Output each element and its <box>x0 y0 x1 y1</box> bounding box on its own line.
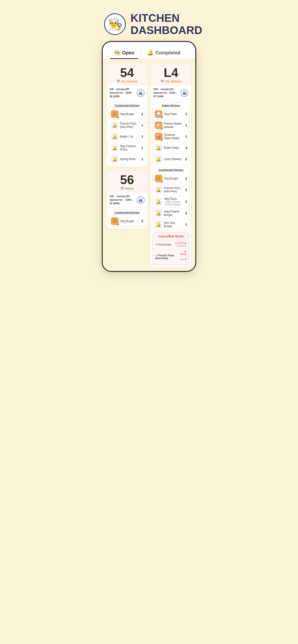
order-timer-56: ⏱ 5mins <box>110 186 144 190</box>
item-rolls-54: 🔔 Spring Rolls 1 <box>109 153 145 164</box>
item-name-fries-54: French Fries (Peri-Peri) <box>118 122 139 129</box>
item-qty-pizza-54: 1 <box>139 146 143 150</box>
tab-divider <box>140 49 141 56</box>
order-card-56: 56 ⏱ 5mins KID: menula-222 Opened On: 15… <box>106 170 147 229</box>
phone-frame: 👨‍🍳 Open 🔔 Completed 54 ⏱ 1hr 1 <box>102 41 196 272</box>
item-name-non-veg-burger-l4: Non-Veg Burger <box>163 221 183 228</box>
tab-open-label: Open <box>122 50 134 56</box>
kitchen-name-continental-56: Continental Kitchen <box>109 210 145 216</box>
item-icon-veg-burger-54: 🍔→ <box>111 110 118 118</box>
item-icon-pizza-54: 🔔 <box>111 144 118 152</box>
order-header-l4: L4 ⏱ 1hr 10mins <box>151 63 191 86</box>
print-btn-56[interactable]: 🖨️ <box>137 196 144 204</box>
cancelled-right-0: -by Krishna ( 32secs ) <box>175 242 187 247</box>
title-line1: KITCHEN <box>130 12 202 24</box>
item-icon-paneer: 🍛→ <box>155 122 163 129</box>
tab-completed-label: Completed <box>156 50 180 56</box>
item-pizza-54: 🔔 Veg Cheese Pizza 1 <box>109 142 145 153</box>
item-name-veg-burger-54: Veg Burger <box>118 112 139 116</box>
page-wrapper: 👨‍🍳 KITCHEN DASHBOARD 👨‍🍳 Open 🔔 Complet… <box>99 5 199 279</box>
item-qty-veg-burger-56: 2 <box>139 219 143 223</box>
kitchen-name-indian-l4: Indian Kitchen <box>153 102 189 108</box>
tab-completed[interactable]: 🔔 Completed <box>143 47 184 59</box>
order-header-56: 56 ⏱ 5mins <box>107 170 147 192</box>
item-name-veg-pulav: Veg Pulav <box>163 112 183 116</box>
timer-icon-54: ⏱ <box>117 79 120 83</box>
order-header-54: 54 ⏱ 1hr 10mins <box>107 63 147 86</box>
item-mojito-54: 🔔 Mojito 1 ltr. 1 <box>109 131 145 142</box>
timer-icon-56: ⏱ <box>120 186 124 190</box>
kitchen-continental-54: Continental Kitchen 🍔→ Veg Burger 2 🔔 Fr… <box>109 102 145 165</box>
timer-text-56: 5mins <box>125 187 134 190</box>
item-icon-mojito-54: 🔔 <box>111 133 118 140</box>
item-qty-veg-cheese-burger-l4: 2 <box>183 211 187 215</box>
order-meta-54: KID menula-220 Opened On: 15/03 - 06:15P… <box>107 86 147 100</box>
tab-open[interactable]: 👨‍🍳 Open <box>110 47 138 59</box>
item-qty-tandoori: 1 <box>183 135 187 138</box>
item-name-tandoori: Tandoori Tikka Platter <box>163 133 183 140</box>
item-tandoori: 🍗→ Tandoori Tikka Platter 1 <box>153 131 189 142</box>
order-meta-56: KID: menula-222 Opened On: 15/03 - 07:20… <box>107 192 147 208</box>
timer-text-54: 1hr 10mins <box>121 80 137 83</box>
cancelled-name-0: Veg Burger <box>158 243 172 246</box>
item-veg-burger-l4: 🍔→ Veg Burger 2 <box>153 173 189 184</box>
item-icon-lassi: 🔔 <box>155 155 163 163</box>
item-icon-fries-l4: 🔔 <box>155 186 163 194</box>
item-name-lassi: Lassi (Sweet) <box>163 158 183 161</box>
cancelled-left-1: -1 French Fries (Peri-Peri) <box>155 254 180 260</box>
print-btn-54[interactable]: 🖨️ <box>137 89 144 97</box>
item-name-paneer: Paneer Butter Masala <box>163 122 183 129</box>
order-meta-l4: KID: menula-221 Opened On: 15/03 - 07:15… <box>151 86 191 100</box>
item-veg-pulav: 🍚→ Veg Pulav 1 <box>153 108 189 120</box>
item-veg-cheese-burger-l4: 🔔 Veg Cheese Burger 2 <box>153 208 189 219</box>
title-line2: DASHBOARD <box>130 24 202 36</box>
item-name-fries-l4: French Fries (Peri-Peri) <box>163 186 183 193</box>
tabs-bar: 👨‍🍳 Open 🔔 Completed <box>103 42 195 59</box>
order-timer-54: ⏱ 1hr 10mins <box>110 79 144 83</box>
item-name-veg-burger-56: Veg Burger <box>118 220 139 223</box>
item-veg-pizza-l4: 🔔 Veg Pizza + Extra Cheese + Extra Veggi… <box>153 195 189 208</box>
item-icon-butter-naan: 🔔 <box>155 144 163 152</box>
cancelled-qty-1: -1 <box>155 254 158 257</box>
order-meta-text-54: KID menula-220 Opened On: 15/03 - 06:15P… <box>110 88 137 98</box>
order-number-54: 54 <box>110 66 144 79</box>
item-qty-mojito-54: 1 <box>139 135 143 138</box>
item-butter-naan: 🔔 Butter Naan 4 <box>153 142 189 153</box>
item-qty-fries-54: 1 <box>139 124 143 127</box>
item-qty-veg-burger-l4: 2 <box>183 176 187 180</box>
item-icon-veg-cheese-burger-l4: 🔔 <box>155 210 163 217</box>
item-icon-tandoori: 🍗→ <box>155 133 163 140</box>
cancelled-item-0: -2 Veg Burger -by Krishna ( 32secs ) <box>153 240 189 249</box>
order-timer-l4: ⏱ 1hr 10mins <box>154 79 188 83</box>
chef-logo: 👨‍🍳 <box>104 14 126 35</box>
cancelled-title: Cancelled Items <box>153 232 189 240</box>
item-icon-non-veg-burger-l4: 🔔 <box>155 221 163 228</box>
item-icon-veg-burger-56: 🍔→ <box>111 217 118 225</box>
cancelled-item-1: -1 French Fries (Peri-Peri) -byAditya ( … <box>153 249 189 265</box>
item-lassi: 🔔 Lassi (Sweet) 2 <box>153 153 189 164</box>
order-card-l4: L4 ⏱ 1hr 10mins KID: menula-221 Opened O… <box>151 63 192 267</box>
item-non-veg-burger-l4: 🔔 Non-Veg Burger 1 <box>153 219 189 230</box>
print-btn-l4[interactable]: 🖨️ <box>181 89 188 97</box>
item-qty-lassi: 2 <box>183 157 187 161</box>
item-name-rolls-54: Spring Rolls <box>118 158 139 161</box>
order-meta-text-56: KID: menula-222 Opened On: 15/03 - 07:20… <box>110 194 137 205</box>
item-icon-rolls-54: 🔔 <box>111 155 118 163</box>
kitchen-indian-l4: Indian Kitchen 🍚→ Veg Pulav 1 🍛→ Paneer … <box>153 102 189 165</box>
item-qty-butter-naan: 4 <box>183 146 187 150</box>
cancelled-left-0: -2 Veg Burger <box>155 243 172 246</box>
header-title: KITCHEN DASHBOARD <box>130 12 202 36</box>
item-qty-non-veg-burger-l4: 1 <box>183 222 187 226</box>
item-veg-burger-54: 🍔→ Veg Burger 2 <box>109 108 145 120</box>
timer-text-l4: 1hr 10mins <box>165 80 181 83</box>
kitchen-continental-56: Continental Kitchen 🍔→ Veg Burger 2 <box>109 210 145 227</box>
item-paneer: 🍛→ Paneer Butter Masala 1 <box>153 120 189 131</box>
timer-icon-l4: ⏱ <box>161 79 164 83</box>
item-name-mojito-54: Mojito 1 ltr. <box>118 135 139 138</box>
cancelled-qty-0: -2 <box>155 243 158 246</box>
order-meta-text-l4: KID: menula-221 Opened On: 15/03 - 07:15… <box>154 88 181 98</box>
item-icon-veg-burger-l4: 🍔→ <box>155 175 163 182</box>
item-veg-burger-56: 🍔→ Veg Burger 2 <box>109 216 145 227</box>
cancelled-name-1: French Fries (Peri-Peri) <box>155 254 174 260</box>
right-column: L4 ⏱ 1hr 10mins KID: menula-221 Opened O… <box>151 63 192 267</box>
